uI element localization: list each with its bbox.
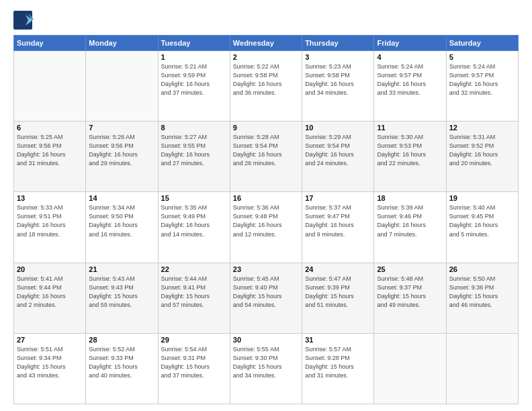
calendar-cell: 16Sunrise: 5:36 AMSunset: 9:48 PMDayligh… bbox=[230, 192, 302, 263]
day-info: Sunrise: 5:22 AMSunset: 9:58 PMDaylight:… bbox=[233, 62, 299, 97]
day-info: Sunrise: 5:29 AMSunset: 9:54 PMDaylight:… bbox=[305, 133, 371, 168]
calendar-cell: 3Sunrise: 5:23 AMSunset: 9:58 PMDaylight… bbox=[302, 51, 374, 122]
calendar-week-row: 20Sunrise: 5:41 AMSunset: 9:44 PMDayligh… bbox=[14, 263, 519, 333]
day-number: 19 bbox=[449, 194, 515, 202]
day-number: 29 bbox=[161, 336, 227, 344]
day-info: Sunrise: 5:41 AMSunset: 9:44 PMDaylight:… bbox=[17, 275, 83, 310]
col-header-wednesday: Wednesday bbox=[230, 36, 302, 51]
day-info: Sunrise: 5:36 AMSunset: 9:48 PMDaylight:… bbox=[233, 203, 299, 238]
day-info: Sunrise: 5:37 AMSunset: 9:47 PMDaylight:… bbox=[305, 203, 371, 238]
col-header-thursday: Thursday bbox=[302, 36, 374, 51]
day-info: Sunrise: 5:39 AMSunset: 9:46 PMDaylight:… bbox=[377, 203, 443, 238]
day-number: 14 bbox=[89, 194, 154, 202]
col-header-sunday: Sunday bbox=[14, 36, 86, 51]
day-info: Sunrise: 5:40 AMSunset: 9:45 PMDaylight:… bbox=[449, 203, 515, 238]
day-info: Sunrise: 5:27 AMSunset: 9:55 PMDaylight:… bbox=[161, 133, 227, 168]
calendar-cell bbox=[14, 51, 86, 122]
day-number: 6 bbox=[17, 124, 83, 132]
day-info: Sunrise: 5:44 AMSunset: 9:41 PMDaylight:… bbox=[161, 275, 227, 310]
calendar-cell: 19Sunrise: 5:40 AMSunset: 9:45 PMDayligh… bbox=[446, 192, 518, 263]
calendar-week-row: 13Sunrise: 5:33 AMSunset: 9:51 PMDayligh… bbox=[14, 192, 519, 263]
day-number: 12 bbox=[449, 124, 515, 132]
day-info: Sunrise: 5:34 AMSunset: 9:50 PMDaylight:… bbox=[89, 203, 154, 238]
day-info: Sunrise: 5:47 AMSunset: 9:39 PMDaylight:… bbox=[305, 275, 371, 310]
day-number: 10 bbox=[305, 124, 371, 132]
calendar-cell: 7Sunrise: 5:26 AMSunset: 9:56 PMDaylight… bbox=[86, 122, 158, 192]
day-info: Sunrise: 5:43 AMSunset: 9:43 PMDaylight:… bbox=[89, 275, 154, 310]
day-info: Sunrise: 5:48 AMSunset: 9:37 PMDaylight:… bbox=[377, 275, 443, 310]
calendar-cell: 9Sunrise: 5:28 AMSunset: 9:54 PMDaylight… bbox=[230, 122, 302, 192]
day-info: Sunrise: 5:55 AMSunset: 9:30 PMDaylight:… bbox=[233, 345, 299, 380]
calendar-week-row: 6Sunrise: 5:25 AMSunset: 9:56 PMDaylight… bbox=[14, 122, 519, 192]
day-number: 8 bbox=[161, 124, 227, 132]
day-info: Sunrise: 5:54 AMSunset: 9:31 PMDaylight:… bbox=[161, 345, 227, 380]
col-header-tuesday: Tuesday bbox=[158, 36, 230, 51]
day-info: Sunrise: 5:21 AMSunset: 9:59 PMDaylight:… bbox=[161, 62, 227, 97]
col-header-saturday: Saturday bbox=[446, 36, 518, 51]
day-info: Sunrise: 5:28 AMSunset: 9:54 PMDaylight:… bbox=[233, 133, 299, 168]
day-number: 23 bbox=[233, 265, 299, 273]
day-number: 5 bbox=[449, 53, 515, 61]
day-number: 13 bbox=[17, 194, 83, 202]
calendar-cell: 5Sunrise: 5:24 AMSunset: 9:57 PMDaylight… bbox=[446, 51, 518, 122]
day-number: 2 bbox=[233, 53, 299, 61]
calendar-cell: 15Sunrise: 5:35 AMSunset: 9:49 PMDayligh… bbox=[158, 192, 230, 263]
calendar-header-row: SundayMondayTuesdayWednesdayThursdayFrid… bbox=[14, 36, 519, 51]
calendar-cell: 24Sunrise: 5:47 AMSunset: 9:39 PMDayligh… bbox=[302, 263, 374, 333]
calendar-cell: 26Sunrise: 5:50 AMSunset: 9:36 PMDayligh… bbox=[446, 263, 518, 333]
day-number: 20 bbox=[17, 265, 83, 273]
calendar-cell: 22Sunrise: 5:44 AMSunset: 9:41 PMDayligh… bbox=[158, 263, 230, 333]
day-number: 18 bbox=[377, 194, 443, 202]
calendar-cell: 1Sunrise: 5:21 AMSunset: 9:59 PMDaylight… bbox=[158, 51, 230, 122]
day-number: 26 bbox=[449, 265, 515, 273]
calendar-cell: 14Sunrise: 5:34 AMSunset: 9:50 PMDayligh… bbox=[86, 192, 158, 263]
calendar-cell: 21Sunrise: 5:43 AMSunset: 9:43 PMDayligh… bbox=[86, 263, 158, 333]
calendar-cell: 8Sunrise: 5:27 AMSunset: 9:55 PMDaylight… bbox=[158, 122, 230, 192]
day-info: Sunrise: 5:26 AMSunset: 9:56 PMDaylight:… bbox=[89, 133, 154, 168]
col-header-monday: Monday bbox=[86, 36, 158, 51]
logo bbox=[13, 11, 35, 30]
calendar-cell: 11Sunrise: 5:30 AMSunset: 9:53 PMDayligh… bbox=[374, 122, 446, 192]
day-info: Sunrise: 5:25 AMSunset: 9:56 PMDaylight:… bbox=[17, 133, 83, 168]
day-info: Sunrise: 5:24 AMSunset: 9:57 PMDaylight:… bbox=[449, 62, 515, 97]
day-info: Sunrise: 5:35 AMSunset: 9:49 PMDaylight:… bbox=[161, 203, 227, 238]
logo-icon bbox=[13, 11, 34, 30]
day-info: Sunrise: 5:52 AMSunset: 9:33 PMDaylight:… bbox=[89, 345, 154, 380]
day-number: 1 bbox=[161, 53, 227, 61]
day-number: 31 bbox=[305, 336, 371, 344]
calendar-cell: 25Sunrise: 5:48 AMSunset: 9:37 PMDayligh… bbox=[374, 263, 446, 333]
day-number: 9 bbox=[233, 124, 299, 132]
calendar-cell: 17Sunrise: 5:37 AMSunset: 9:47 PMDayligh… bbox=[302, 192, 374, 263]
calendar-cell: 12Sunrise: 5:31 AMSunset: 9:52 PMDayligh… bbox=[446, 122, 518, 192]
day-number: 3 bbox=[305, 53, 371, 61]
calendar-cell: 31Sunrise: 5:57 AMSunset: 9:28 PMDayligh… bbox=[302, 333, 374, 404]
calendar-week-row: 27Sunrise: 5:51 AMSunset: 9:34 PMDayligh… bbox=[14, 333, 519, 404]
day-number: 4 bbox=[377, 53, 443, 61]
day-number: 27 bbox=[17, 336, 83, 344]
day-number: 28 bbox=[89, 336, 154, 344]
col-header-friday: Friday bbox=[374, 36, 446, 51]
day-number: 17 bbox=[305, 194, 371, 202]
day-info: Sunrise: 5:33 AMSunset: 9:51 PMDaylight:… bbox=[17, 203, 83, 238]
calendar-cell bbox=[86, 51, 158, 122]
day-number: 24 bbox=[305, 265, 371, 273]
day-number: 25 bbox=[377, 265, 443, 273]
day-number: 30 bbox=[233, 336, 299, 344]
calendar-cell bbox=[374, 333, 446, 404]
header bbox=[13, 11, 519, 30]
day-info: Sunrise: 5:24 AMSunset: 9:57 PMDaylight:… bbox=[377, 62, 443, 97]
calendar-cell: 30Sunrise: 5:55 AMSunset: 9:30 PMDayligh… bbox=[230, 333, 302, 404]
calendar-cell: 27Sunrise: 5:51 AMSunset: 9:34 PMDayligh… bbox=[14, 333, 86, 404]
day-info: Sunrise: 5:57 AMSunset: 9:28 PMDaylight:… bbox=[305, 345, 371, 380]
day-number: 7 bbox=[89, 124, 154, 132]
day-info: Sunrise: 5:31 AMSunset: 9:52 PMDaylight:… bbox=[449, 133, 515, 168]
calendar-cell: 28Sunrise: 5:52 AMSunset: 9:33 PMDayligh… bbox=[86, 333, 158, 404]
day-number: 21 bbox=[89, 265, 154, 273]
calendar-week-row: 1Sunrise: 5:21 AMSunset: 9:59 PMDaylight… bbox=[14, 51, 519, 122]
day-info: Sunrise: 5:50 AMSunset: 9:36 PMDaylight:… bbox=[449, 275, 515, 310]
day-number: 16 bbox=[233, 194, 299, 202]
calendar-cell: 10Sunrise: 5:29 AMSunset: 9:54 PMDayligh… bbox=[302, 122, 374, 192]
day-info: Sunrise: 5:23 AMSunset: 9:58 PMDaylight:… bbox=[305, 62, 371, 97]
calendar-cell bbox=[446, 333, 518, 404]
calendar-cell: 18Sunrise: 5:39 AMSunset: 9:46 PMDayligh… bbox=[374, 192, 446, 263]
